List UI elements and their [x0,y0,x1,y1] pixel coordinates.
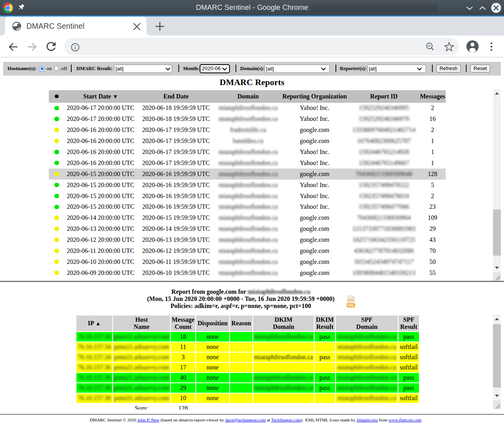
svg-text:</>: </> [348,298,354,302]
svg-text:XML: XML [347,303,354,307]
